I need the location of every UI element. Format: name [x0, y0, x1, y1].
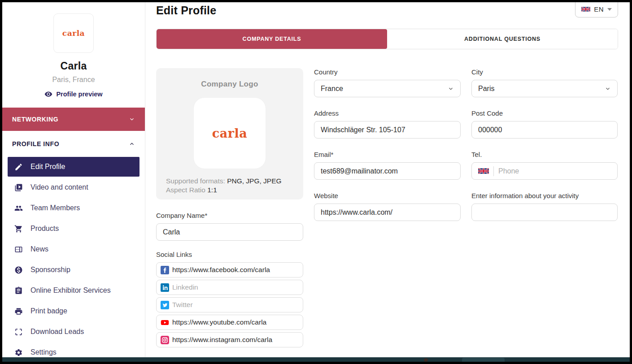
nav-label: Sponsorship: [31, 266, 70, 274]
sidebar-item-download-leads[interactable]: Download Leads: [8, 322, 139, 342]
dollar-circle-icon: [14, 266, 23, 274]
twitter-input[interactable]: [172, 301, 299, 309]
post-code-input[interactable]: [471, 121, 618, 139]
taskbar-item[interactable]: [462, 358, 505, 362]
sidebar-item-video-and-content[interactable]: Video and content: [8, 178, 139, 197]
company-logo-upload[interactable]: carla: [194, 98, 266, 169]
activity-field: Enter information about your activity: [471, 192, 618, 221]
sidebar-item-edit-profile[interactable]: Edit Profile: [8, 157, 139, 177]
country-value: France: [321, 85, 343, 93]
email-input[interactable]: [314, 162, 461, 180]
website-input[interactable]: [314, 204, 461, 221]
linkedin-input[interactable]: [172, 283, 299, 291]
nav-label: Settings: [31, 348, 57, 356]
crop-frame-icon: [14, 328, 23, 336]
page-title: Edit Profile: [156, 4, 618, 17]
video-library-icon: [14, 183, 23, 192]
eye-icon: [44, 90, 52, 98]
nav-label: News: [31, 245, 48, 253]
website-field: Website: [314, 192, 461, 221]
sidebar-item-sponsorship[interactable]: Sponsorship: [8, 260, 139, 280]
company-name-label: Company Name*: [156, 212, 303, 219]
profile-info-label: PROFILE INFO: [12, 140, 59, 147]
nav-label: Print badge: [31, 307, 67, 315]
language-dropdown[interactable]: EN: [575, 2, 618, 17]
phone-input[interactable]: [498, 167, 611, 175]
nav-label: Online Exhibitor Services: [31, 286, 111, 295]
company-logo-title: Company Logo: [166, 80, 293, 89]
twitter-link-row: [156, 297, 303, 312]
nav-label: Team Members: [31, 204, 80, 212]
aspect-ratio-hint: Aspect Ratio 1:1: [166, 186, 293, 195]
company-name-field: Company Name*: [156, 212, 303, 241]
company-name-input[interactable]: [156, 223, 303, 241]
sidebar-item-online-exhibitor-services[interactable]: Online Exhibitor Services: [8, 281, 139, 300]
sidebar-section-profile-info[interactable]: PROFILE INFO: [2, 131, 145, 157]
tel-input-wrap: [471, 162, 618, 180]
tab-company-details[interactable]: COMPANY DETAILS: [157, 29, 387, 49]
profile-location: Paris, France: [2, 76, 145, 84]
uk-flag-icon[interactable]: [478, 168, 489, 174]
form-column-right: City Paris Post Code Tel.: [471, 68, 618, 357]
app-window: carla Carla Paris, France Profile previe…: [2, 2, 630, 357]
news-icon: [14, 245, 23, 254]
address-field: Address: [314, 109, 461, 139]
post-code-label: Post Code: [471, 109, 618, 117]
city-select[interactable]: Paris: [471, 80, 618, 97]
divider: [493, 166, 494, 176]
instagram-input[interactable]: [172, 336, 299, 344]
twitter-icon: [161, 301, 169, 309]
sidebar: carla Carla Paris, France Profile previe…: [2, 2, 145, 357]
youtube-input[interactable]: [172, 318, 299, 326]
facebook-link-row: [156, 262, 303, 277]
facebook-input[interactable]: [172, 266, 299, 274]
carla-logo: carla: [212, 126, 247, 140]
facebook-icon: [161, 266, 169, 274]
chevron-up-icon: [129, 141, 135, 147]
social-links-label: Social Links: [156, 251, 303, 258]
form-column-middle: Country France Address Email* Website: [314, 68, 461, 357]
caret-down-icon: [607, 8, 612, 11]
tab-bar: COMPANY DETAILS ADDITIONAL QUESTIONS: [156, 29, 618, 49]
tel-field: Tel.: [471, 151, 618, 180]
city-label: City: [471, 68, 618, 76]
address-label: Address: [314, 109, 461, 117]
cart-icon: [14, 225, 23, 233]
tab-additional-questions[interactable]: ADDITIONAL QUESTIONS: [387, 29, 618, 49]
sidebar-item-print-badge[interactable]: Print badge: [8, 301, 139, 321]
country-select[interactable]: France: [314, 80, 461, 97]
nav-label: Products: [31, 225, 59, 233]
linkedin-icon: [161, 283, 169, 292]
company-logo-thumbnail: carla: [53, 13, 94, 53]
website-label: Website: [314, 192, 461, 199]
sidebar-item-products[interactable]: Products: [8, 219, 139, 238]
country-field: Country France: [314, 68, 461, 97]
sidebar-item-settings[interactable]: Settings: [8, 342, 139, 357]
nav-label: Download Leads: [31, 328, 84, 336]
profile-name: Carla: [2, 60, 145, 72]
city-value: Paris: [478, 85, 494, 93]
tel-label: Tel.: [471, 151, 618, 158]
instagram-link-row: [156, 332, 303, 347]
profile-preview-label: Profile preview: [56, 91, 102, 98]
linkedin-link-row: [156, 280, 303, 295]
address-input[interactable]: [314, 121, 461, 139]
youtube-link-row: [156, 315, 303, 330]
profile-preview-link[interactable]: Profile preview: [2, 90, 145, 98]
company-logo-card: Company Logo carla Supported formats: PN…: [156, 68, 303, 199]
nav-label: Video and content: [31, 183, 88, 191]
taskbar: [2, 357, 630, 362]
pencil-icon: [14, 163, 23, 171]
taskbar-icon: [424, 358, 428, 362]
sidebar-item-news[interactable]: News: [8, 239, 139, 259]
chevron-down-icon: [605, 86, 611, 92]
city-field: City Paris: [471, 68, 618, 97]
clipboard-icon: [14, 286, 23, 295]
activity-input[interactable]: [471, 204, 618, 221]
form-column-logo: Company Logo carla Supported formats: PN…: [156, 68, 303, 357]
email-label: Email*: [314, 151, 461, 158]
chevron-down-icon: [129, 116, 135, 122]
uk-flag-icon: [581, 7, 590, 12]
sidebar-item-team-members[interactable]: Team Members: [8, 198, 139, 218]
sidebar-section-networking[interactable]: NETWORKING: [2, 108, 145, 131]
